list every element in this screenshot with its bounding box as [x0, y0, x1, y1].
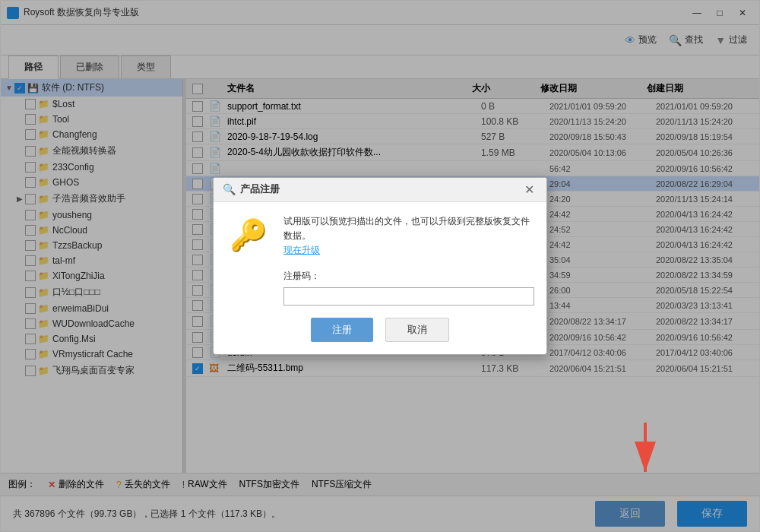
- upgrade-link[interactable]: 现在升级: [283, 245, 320, 255]
- key-icon: 🔑: [230, 217, 268, 253]
- modal-overlay: 🔍 产品注册 ✕ 🔑 试用版可以预览扫描出的文件，也可以升级到完整版恢复文件数据…: [1, 1, 759, 531]
- description-text: 试用版可以预览扫描出的文件，也可以升级到完整版恢复文件数据。: [283, 216, 530, 241]
- license-label: 注册码：: [283, 270, 534, 283]
- modal-close-button[interactable]: ✕: [521, 182, 537, 197]
- modal-body: 🔑 试用版可以预览扫描出的文件，也可以升级到完整版恢复文件数据。 现在升级 注册…: [214, 202, 546, 355]
- modal-title-text: 产品注册: [240, 182, 280, 196]
- modal-icon-area: 🔑: [226, 214, 271, 258]
- product-registration-modal: 🔍 产品注册 ✕ 🔑 试用版可以预览扫描出的文件，也可以升级到完整版恢复文件数据…: [213, 177, 547, 356]
- license-input[interactable]: [283, 287, 534, 306]
- modal-title-icon: 🔍: [223, 183, 236, 195]
- save-arrow: [622, 423, 668, 486]
- register-button[interactable]: 注册: [311, 318, 373, 342]
- modal-buttons: 注册 取消: [226, 318, 534, 342]
- modal-content: 🔑 试用版可以预览扫描出的文件，也可以升级到完整版恢复文件数据。 现在升级: [226, 214, 534, 258]
- modal-description: 试用版可以预览扫描出的文件，也可以升级到完整版恢复文件数据。 现在升级: [283, 214, 534, 258]
- modal-title-bar: 🔍 产品注册 ✕: [214, 178, 546, 202]
- modal-cancel-button[interactable]: 取消: [385, 318, 449, 342]
